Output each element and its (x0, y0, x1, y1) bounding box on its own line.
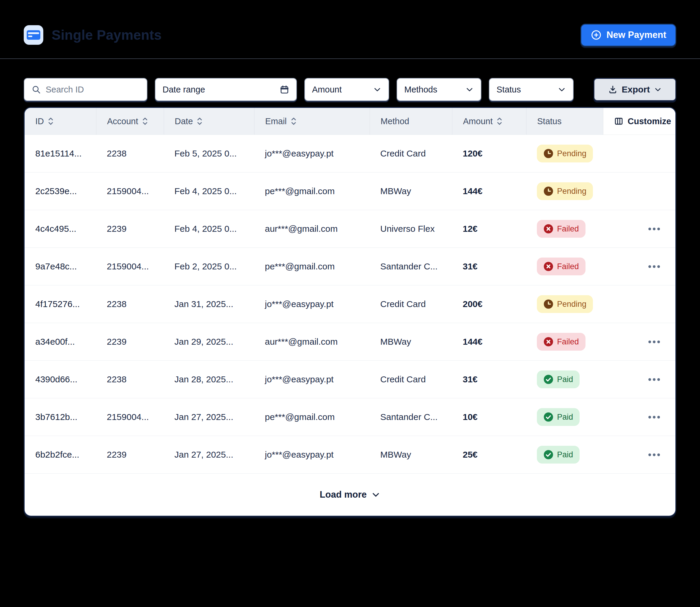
date-range-filter[interactable]: Date range (155, 78, 297, 101)
cell-method: Credit Card (369, 148, 452, 159)
export-label: Export (622, 84, 650, 95)
column-label: Amount (463, 117, 493, 126)
cell-account: 2238 (96, 148, 164, 159)
search-id-field[interactable] (24, 78, 147, 101)
row-menu-button[interactable] (647, 413, 661, 421)
cell-id: 4c4c495... (25, 224, 96, 234)
cell-method: Santander C... (369, 412, 452, 422)
amount-filter-label: Amount (312, 85, 342, 95)
status-filter-label: Status (497, 85, 521, 95)
cell-actions (603, 375, 675, 384)
cell-email: jo***@easypay.pt (254, 148, 369, 159)
column-label: Account (107, 117, 138, 126)
filter-bar: Date range Amount Methods Status (24, 78, 676, 101)
x-circle-icon (543, 261, 554, 272)
table-row: 6b2b2fce...2239Jan 27, 2025...jo***@easy… (25, 436, 675, 473)
status-badge: Pending (537, 145, 593, 163)
table-row: 4c4c495...2239Feb 4, 2025 0...aur***@gma… (25, 210, 675, 248)
column-header-id[interactable]: ID (25, 108, 96, 134)
table-header-row: IDAccountDateEmailMethodAmountStatusCust… (25, 108, 675, 134)
table-row: 3b7612b...2159004...Jan 27, 2025...pe***… (25, 398, 675, 436)
calendar-icon (280, 85, 289, 94)
cell-amount: 144€ (452, 186, 526, 196)
status-badge: Paid (537, 408, 580, 426)
cell-date: Jan 31, 2025... (164, 299, 254, 309)
cell-email: aur***@gmail.com (254, 224, 369, 234)
status-badge: Failed (537, 257, 585, 275)
status-label: Paid (557, 375, 573, 384)
row-menu-button[interactable] (647, 451, 661, 459)
status-badge: Pending (537, 295, 593, 313)
sort-icon (47, 117, 54, 126)
cell-id: 81e15114... (25, 148, 96, 159)
column-header-account[interactable]: Account (96, 108, 164, 134)
row-menu-button[interactable] (647, 225, 661, 233)
cell-method: Santander C... (369, 261, 452, 272)
methods-filter[interactable]: Methods (397, 78, 481, 101)
cell-status: Paid (526, 371, 603, 388)
status-label: Failed (557, 337, 579, 347)
table-row: 4f175276...2238Jan 31, 2025...jo***@easy… (25, 285, 675, 323)
cell-method: MBWay (369, 337, 452, 347)
customize-button[interactable]: Customize (603, 108, 675, 134)
cell-email: pe***@gmail.com (254, 261, 369, 272)
date-range-label: Date range (163, 85, 205, 95)
status-filter[interactable]: Status (489, 78, 574, 101)
methods-filter-label: Methods (404, 85, 437, 95)
cell-date: Jan 27, 2025... (164, 449, 254, 460)
cell-actions (603, 225, 675, 233)
cell-id: 4390d66... (25, 374, 96, 384)
cell-method: Universo Flex (369, 224, 452, 234)
cell-account: 2238 (96, 374, 164, 384)
cell-account: 2239 (96, 449, 164, 460)
cell-status: Failed (526, 220, 603, 238)
column-label: Status (537, 117, 561, 126)
export-button[interactable]: Export (594, 78, 676, 101)
cell-date: Jan 27, 2025... (164, 412, 254, 422)
cell-id: 6b2b2fce... (25, 449, 96, 460)
row-menu-button[interactable] (647, 375, 661, 384)
column-header-date[interactable]: Date (164, 108, 254, 134)
status-label: Paid (557, 450, 573, 459)
row-menu-button[interactable] (647, 262, 661, 271)
new-payment-button[interactable]: New Payment (580, 24, 676, 46)
cell-email: jo***@easypay.pt (254, 374, 369, 384)
cell-status: Failed (526, 333, 603, 351)
status-label: Paid (557, 413, 573, 422)
column-label: ID (35, 117, 44, 126)
search-icon (32, 85, 41, 94)
column-header-amount[interactable]: Amount (452, 108, 526, 134)
column-header-status: Status (526, 108, 603, 134)
cell-amount: 31€ (452, 374, 526, 384)
column-label: Method (381, 117, 409, 126)
plus-circle-icon (591, 29, 602, 41)
table-row: 81e15114...2238Feb 5, 2025 0...jo***@eas… (25, 134, 675, 172)
cell-status: Paid (526, 408, 603, 426)
x-circle-icon (543, 337, 554, 347)
chevron-down-icon (654, 86, 662, 93)
row-menu-button[interactable] (647, 338, 661, 346)
column-header-email[interactable]: Email (254, 108, 369, 134)
cell-status: Failed (526, 257, 603, 275)
cell-method: Credit Card (369, 299, 452, 309)
page-title: Single Payments (52, 27, 162, 43)
amount-filter[interactable]: Amount (304, 78, 389, 101)
clock-icon (543, 299, 554, 309)
columns-icon (614, 117, 623, 126)
cell-account: 2159004... (96, 261, 164, 272)
clock-icon (543, 148, 554, 159)
cell-email: jo***@easypay.pt (254, 299, 369, 309)
search-input[interactable] (46, 85, 140, 95)
cell-account: 2239 (96, 337, 164, 347)
column-label: Email (265, 117, 287, 126)
cell-id: 3b7612b... (25, 412, 96, 422)
status-label: Failed (557, 262, 579, 271)
cell-account: 2238 (96, 299, 164, 309)
cell-amount: 144€ (452, 337, 526, 347)
cell-email: jo***@easypay.pt (254, 449, 369, 460)
cell-method: MBWay (369, 449, 452, 460)
load-more-button[interactable]: Load more (320, 489, 380, 500)
status-badge: Paid (537, 446, 580, 463)
status-badge: Pending (537, 182, 593, 200)
sort-icon (496, 117, 503, 126)
